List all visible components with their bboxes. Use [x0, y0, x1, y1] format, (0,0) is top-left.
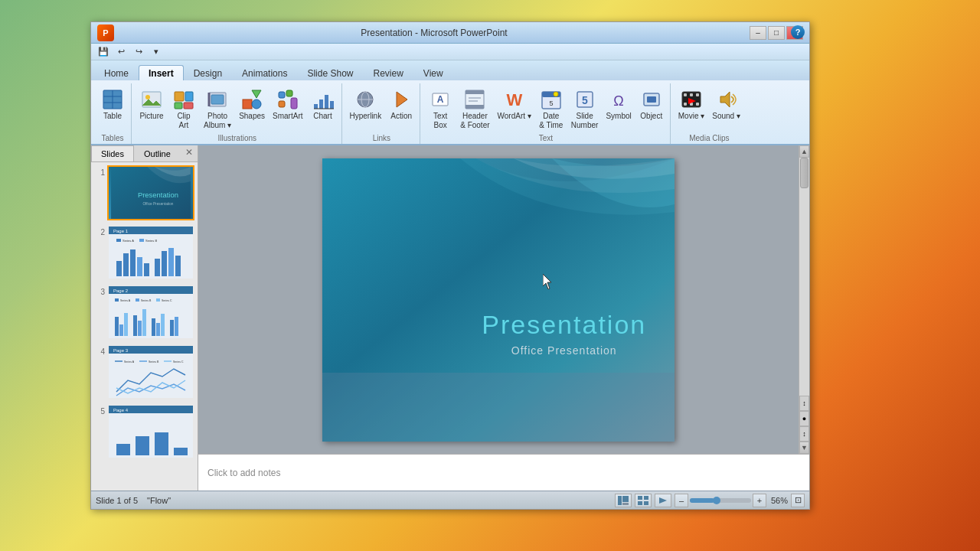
editor-area: Presentation Office Presentation ▲ [198, 145, 809, 491]
zoom-slider[interactable] [690, 498, 751, 503]
ribbon-group-media: Movie ▾ Sound ▾ Media Clips [672, 83, 746, 144]
smartart-button[interactable]: SmartArt [270, 85, 305, 123]
slide-editor[interactable]: Presentation Office Presentation [198, 145, 799, 454]
notes-area[interactable]: Click to add notes [198, 454, 809, 491]
movie-icon [679, 87, 704, 112]
status-bar: Slide 1 of 5 "Flow" – + 56% ⊡ [91, 491, 809, 509]
svg-rect-117 [644, 496, 648, 500]
slide-item-2[interactable]: 2 Page 1 [94, 225, 194, 280]
photoalbum-button[interactable]: PhotoAlbum ▾ [201, 85, 234, 132]
zoom-in-button[interactable]: + [753, 494, 766, 507]
zoom-level: 56% [771, 496, 788, 505]
slidenumber-button[interactable]: 5 SlideNumber [568, 85, 602, 132]
svg-marker-15 [252, 90, 261, 98]
clipart-button[interactable]: ClipArt [168, 85, 199, 132]
tab-design[interactable]: Design [184, 65, 232, 80]
svg-text:Series C: Series C [162, 299, 172, 302]
tab-insert[interactable]: Insert [139, 65, 184, 80]
svg-text:Page 1: Page 1 [113, 229, 129, 233]
svg-rect-92 [156, 298, 160, 302]
tables-items: Table [97, 85, 128, 132]
tab-view[interactable]: View [413, 65, 453, 80]
theme-name: "Flow" [147, 496, 171, 505]
save-button[interactable]: 💾 [96, 45, 111, 59]
movie-button[interactable]: Movie ▾ [675, 85, 707, 123]
svg-rect-80 [133, 315, 137, 336]
tab-review[interactable]: Review [363, 65, 413, 80]
slide-item-5[interactable]: 5 Page 4 [94, 404, 194, 459]
slide-thumb-4[interactable]: Page 3 Series A Series B Series C [107, 344, 194, 399]
scroll-up-button[interactable]: ▲ [799, 145, 809, 158]
headerfooter-label: Header& Footer [460, 112, 489, 130]
tables-group-label: Tables [102, 132, 124, 142]
slideshow-button[interactable] [655, 494, 671, 507]
illustrations-items: Picture ClipArt [136, 85, 338, 132]
slide-thumb-3[interactable]: Page 2 [107, 285, 194, 340]
tab-outline[interactable]: Outline [134, 145, 181, 161]
customize-qat-button[interactable]: ▾ [149, 45, 164, 59]
chart-label: Chart [313, 112, 332, 121]
object-button[interactable]: Object [636, 85, 667, 123]
slide-item-1[interactable]: 1 [94, 165, 194, 220]
svg-rect-11 [211, 95, 224, 104]
slidenumber-icon: 5 [573, 87, 597, 112]
zoom-control: – + 56% ⊡ [675, 494, 805, 507]
slide-thumbnail-list: 1 [91, 162, 198, 491]
svg-rect-84 [156, 323, 160, 336]
slide-sorter-button[interactable] [635, 494, 652, 507]
shapes-button[interactable]: Shapes [236, 85, 268, 123]
slide-number-1: 1 [94, 168, 105, 177]
svg-point-5 [145, 95, 150, 99]
textbox-label: TextBox [433, 112, 447, 130]
scroll-nav-2[interactable]: ● [799, 411, 809, 426]
vertical-scrollbar[interactable]: ▲ ↕ ● ↕ ▼ [799, 145, 809, 454]
textbox-button[interactable]: A TextBox [425, 85, 456, 132]
slide-subtitle: Office Presentation [482, 344, 646, 357]
object-icon [639, 87, 664, 112]
panel-close-button[interactable]: ✕ [181, 145, 198, 161]
picture-button[interactable]: Picture [136, 85, 167, 123]
tab-slideshow[interactable]: Slide Show [297, 65, 363, 80]
links-items: Hyperlink Action [347, 85, 417, 132]
zoom-out-button[interactable]: – [675, 494, 688, 507]
fit-window-button[interactable]: ⊡ [791, 494, 805, 507]
redo-button[interactable]: ↪ [131, 45, 146, 59]
scroll-thumb[interactable] [800, 158, 808, 188]
slide-item-4[interactable]: 4 Page 3 Series A [94, 344, 194, 399]
chart-icon [311, 87, 335, 112]
panel-tabs: Slides Outline ✕ [91, 145, 198, 162]
slide-thumb-5[interactable]: Page 4 [107, 404, 194, 459]
slide-item-3[interactable]: 3 Page 2 [94, 285, 194, 340]
datetime-button[interactable]: 5 Date& Time [536, 85, 567, 132]
hyperlink-button[interactable]: Hyperlink [347, 85, 385, 123]
wordart-button[interactable]: W WordArt ▾ [495, 85, 534, 123]
textbox-icon: A [428, 87, 452, 112]
action-button[interactable]: Action [386, 85, 416, 123]
minimize-button[interactable]: – [750, 26, 766, 40]
table-button[interactable]: Table [97, 85, 128, 123]
symbol-button[interactable]: Ω Symbol [603, 85, 634, 123]
text-group-label: Text [539, 132, 553, 142]
scroll-nav-1[interactable]: ↕ [799, 396, 809, 411]
help-button[interactable]: ? [791, 25, 805, 39]
picture-label: Picture [139, 112, 163, 121]
svg-rect-62 [123, 253, 129, 276]
chart-button[interactable]: Chart [308, 85, 338, 123]
smartart-icon [276, 87, 300, 112]
headerfooter-button[interactable]: Header& Footer [457, 85, 492, 132]
tab-animations[interactable]: Animations [232, 65, 297, 80]
restore-button[interactable]: □ [768, 26, 785, 40]
sound-button[interactable]: Sound ▾ [709, 85, 743, 123]
slide-panel: Slides Outline ✕ 1 [91, 145, 198, 491]
scroll-track[interactable] [799, 158, 809, 396]
undo-button[interactable]: ↩ [113, 45, 129, 59]
scroll-down-button[interactable]: ▼ [799, 442, 809, 454]
normal-view-button[interactable] [615, 494, 632, 507]
tab-slides[interactable]: Slides [91, 145, 134, 161]
movie-label: Movie ▾ [678, 112, 704, 121]
scroll-nav-3[interactable]: ↕ [799, 426, 809, 442]
tab-home[interactable]: Home [94, 65, 139, 80]
slide-thumb-1[interactable]: Presentation Office Presentation [107, 165, 194, 220]
zoom-slider-thumb[interactable] [713, 497, 720, 504]
slide-thumb-2[interactable]: Page 1 [107, 225, 194, 280]
